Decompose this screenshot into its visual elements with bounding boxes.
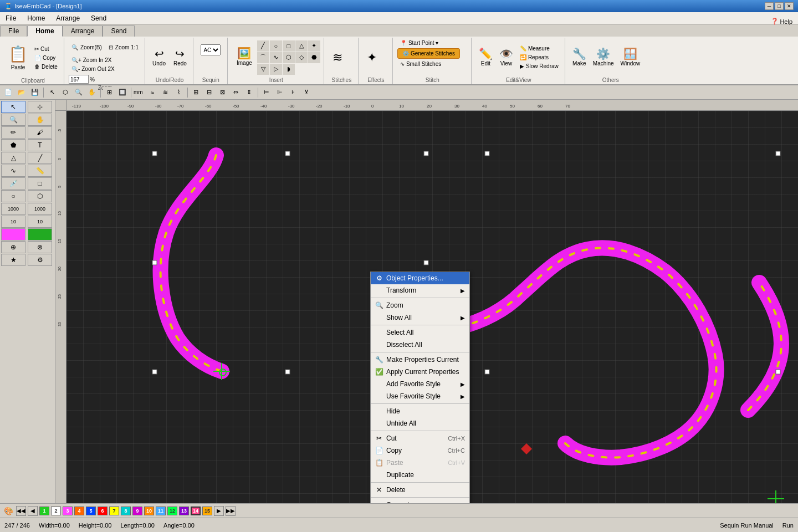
ctx-duplicate[interactable]: Duplicate [371,469,469,481]
maximize-button[interactable]: □ [775,2,784,10]
ctx-hide[interactable]: Hide [371,405,469,417]
select-tool[interactable]: ↖ [1,101,25,113]
insert-hex-icon[interactable]: ⬣ [308,52,320,63]
insert-right-icon[interactable]: ▷ [270,64,282,75]
zoom-value-input[interactable] [69,75,89,84]
color-swatch-5[interactable]: 5 [86,507,96,515]
copy-button[interactable]: 📄 Copy [32,54,60,62]
redo-button[interactable]: ↪ Redo [171,41,190,74]
insert-semi-icon[interactable]: ◗ [283,64,295,75]
ctx-copy[interactable]: 📄 Copy Ctrl+C [371,444,469,457]
canvas-grid[interactable]: ISEW ⚙ Object Properties... Transform [66,111,798,503]
toolbar-flip-h-icon[interactable]: ⇔ [230,87,242,98]
color-swatch-4[interactable]: 4 [74,507,84,515]
ctx-add-favorite[interactable]: Add Favorite Style ▶ [371,378,469,390]
color-swatch-6[interactable]: 6 [98,507,108,515]
small-stitches-button[interactable]: ∿ Small Stitches [397,60,444,68]
toolbar-align1-icon[interactable]: ⊨ [260,87,273,98]
rect-tool[interactable]: □ [28,177,52,190]
ctx-paste[interactable]: 📋 Paste Ctrl+V [371,457,469,469]
insert-curve-icon[interactable]: ∿ [270,52,282,63]
title-bar-controls[interactable]: ─ □ ✕ [765,2,794,10]
toolbar-open-icon[interactable]: 📂 [16,87,28,98]
color-swatch-2[interactable]: 2 [51,507,61,515]
toolbar-snap-icon[interactable]: 🔲 [116,87,129,98]
edit-button[interactable]: ✏️ Edit [476,41,495,74]
toolbar-align2-icon[interactable]: ⊩ [274,87,286,98]
insert-tri2-icon[interactable]: ▽ [257,64,269,75]
paste-button[interactable]: 📋 Paste [6,39,30,76]
slow-redraw-button[interactable]: ▶ Slow Redraw [517,62,561,70]
toolbar-node-icon[interactable]: ⬡ [59,87,71,98]
toolbar-align3-icon[interactable]: ⊦ [287,87,299,98]
sequin-dropdown[interactable]: AC [201,44,221,55]
machine-button[interactable]: ⚙️ Machine [590,41,617,74]
toolbar-zoom-icon[interactable]: 🔍 [73,87,85,98]
toolbar-new-icon[interactable]: 📄 [2,87,14,98]
shape-tool[interactable]: △ [1,152,25,164]
insert-poly-icon[interactable]: ⬡ [283,52,295,63]
toolbar-flip-v-icon[interactable]: ⇕ [243,87,255,98]
toolbar-stitch2-icon[interactable]: ≋ [160,87,172,98]
toolbar-dist-icon[interactable]: ⊻ [300,87,313,98]
measure-button[interactable]: 📏 Measure [517,44,561,53]
poly-tool[interactable]: ⬡ [28,190,52,202]
ctx-zoom[interactable]: 🔍 Zoom [371,299,469,311]
tab-send[interactable]: Send [103,25,135,37]
curve-tool[interactable]: ∿ [1,165,25,177]
window-button[interactable]: 🪟 Window [618,41,643,74]
stitch-satin-tool[interactable]: ⊗ [28,241,52,253]
start-point-button[interactable]: 📍 Start Point ▾ [397,39,441,47]
measure-tool[interactable]: 📏 [28,165,52,177]
color-swatch-magenta[interactable] [1,228,25,241]
color-swatch-14[interactable]: 14 [191,507,201,515]
color-swatch-1[interactable]: 1 [39,507,49,515]
ctx-use-favorite[interactable]: Use Favorite Style ▶ [371,390,469,402]
canvas-area[interactable]: -119 -100 -90 -80 -70 -60 -50 -40 -30 -2… [55,100,798,503]
toolbar-arrange1-icon[interactable]: ⊞ [190,87,202,98]
view-button[interactable]: 👁️ View [497,41,516,74]
toolbar-pointer-icon[interactable]: ↖ [46,87,58,98]
toolbar-save-icon[interactable]: 💾 [29,87,41,98]
ctx-show-all[interactable]: Show All ▶ [371,311,469,324]
tab-home[interactable]: Home [27,25,62,37]
stitches-main-button[interactable]: ≋ [329,41,346,74]
circle-tool[interactable]: ○ [1,190,25,202]
toolbar-stitch1-icon[interactable]: ≈ [146,87,158,98]
make-button[interactable]: 🔧 Make [570,41,589,74]
ctx-unhide-all[interactable]: Unhide All [371,417,469,429]
brush-tool[interactable]: 🖌 [28,126,52,139]
zoom-b-button[interactable]: 🔍 Zoom(B) [69,39,105,55]
delete-button[interactable]: 🗑 Delete [32,63,60,71]
generate-stitches-button[interactable]: ⚙️ Generate Stitches [397,48,460,59]
toolbar-pan-icon[interactable]: ✋ [86,87,98,98]
toolbar-grid-icon[interactable]: ⊞ [103,87,115,98]
pencil-tool[interactable]: ✏ [1,126,25,139]
tab-file[interactable]: File [0,25,27,37]
design-icon[interactable]: 🎨 [2,505,14,516]
toolbar-arrange3-icon[interactable]: ⊠ [217,87,229,98]
zoom-1-1-button[interactable]: ⊡ Zoom 1:1 [106,39,141,55]
insert-circle-icon[interactable]: ○ [270,40,282,52]
effects-main-button[interactable]: ✦ [363,41,381,74]
zoom-in-button[interactable]: 🔍+ Zoom In 2X [69,56,115,64]
ctx-cut[interactable]: ✂ Cut Ctrl+X [371,432,469,444]
cut-button[interactable]: ✂ Cut [32,45,60,53]
tab-arrange[interactable]: Arrange [63,25,103,37]
ctx-select-all[interactable]: Select All [371,326,469,339]
insert-rect-icon[interactable]: □ [283,40,295,52]
menu-home[interactable]: Home [22,13,50,23]
context-menu[interactable]: ⚙ Object Properties... Transform ▶ [370,272,470,503]
nav-forward-btn[interactable]: ▶ [214,506,224,516]
minimize-button[interactable]: ─ [765,2,774,10]
insert-star-icon[interactable]: ✦ [308,40,320,52]
color-swatch-15[interactable]: 15 [202,507,212,515]
color-swatch-10[interactable]: 10 [144,507,154,515]
ctx-apply-properties[interactable]: ✅ Apply Current Properties [371,366,469,378]
menu-file[interactable]: File [0,13,22,23]
insert-arc-icon[interactable]: ⌒ [257,52,269,63]
image-button[interactable]: 🖼️ Image [232,40,257,74]
color-swatch-12[interactable]: 12 [167,507,177,515]
star-tool[interactable]: ★ [1,254,25,266]
ctx-convert[interactable]: Convert ▶ [371,499,469,503]
